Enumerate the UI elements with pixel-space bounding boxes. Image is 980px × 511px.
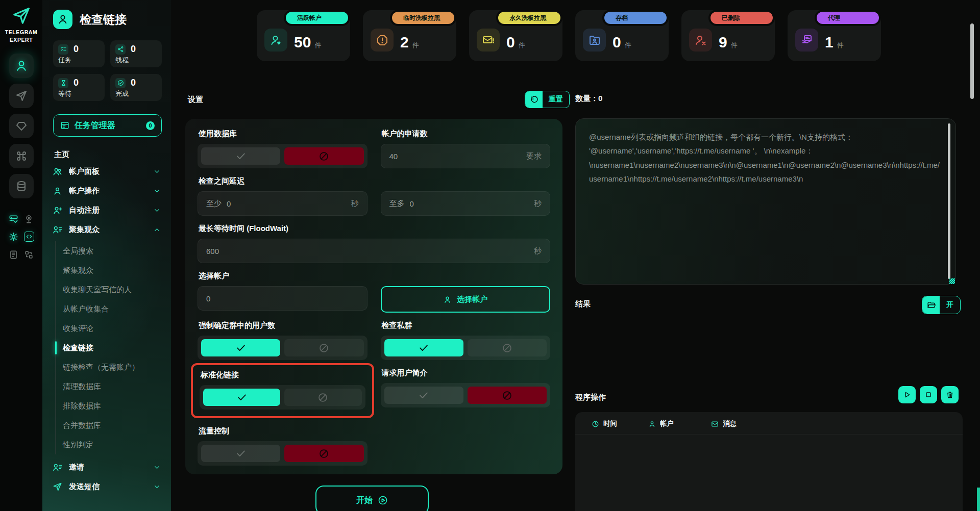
check-icon[interactable] bbox=[384, 339, 463, 356]
delay-max-field[interactable]: 至多 秒 bbox=[381, 191, 551, 216]
submenu-gather-audience[interactable]: 聚集观众 bbox=[63, 261, 161, 280]
block-icon[interactable] bbox=[284, 147, 363, 165]
sidebar-item-invite[interactable]: 邀请 bbox=[53, 457, 161, 477]
chevron-down-icon bbox=[153, 207, 161, 214]
server-check-icon[interactable] bbox=[9, 214, 19, 224]
requests-per-account-field[interactable]: 要求 bbox=[381, 144, 551, 168]
active-user-icon bbox=[264, 29, 287, 52]
flow-control-toggle[interactable] bbox=[198, 441, 368, 466]
links-scrollbar[interactable] bbox=[948, 123, 950, 279]
delay-min-field[interactable]: 至少 秒 bbox=[198, 191, 368, 216]
rail-send-button[interactable] bbox=[9, 84, 34, 108]
floodwait-input[interactable] bbox=[206, 247, 529, 256]
use-database-label: 使用数据库 bbox=[199, 129, 368, 139]
submenu-check-links[interactable]: 检查链接 bbox=[63, 338, 161, 357]
folder-icon bbox=[922, 296, 940, 314]
card-proxy: 代理 1件 bbox=[788, 10, 881, 61]
open-result-button[interactable]: 开 bbox=[922, 296, 961, 314]
requests-per-account-input[interactable] bbox=[389, 152, 522, 161]
operations-table-scrollbar[interactable] bbox=[970, 23, 974, 99]
check-icon[interactable] bbox=[384, 387, 463, 404]
sidebar-item-auto-register[interactable]: 自动注册 bbox=[53, 200, 161, 220]
chevron-down-icon bbox=[153, 464, 161, 471]
rail-tool-grid bbox=[9, 214, 34, 260]
submenu-global-search[interactable]: 全局搜索 bbox=[63, 241, 161, 261]
stop-icon bbox=[924, 391, 933, 399]
force-group-count-toggle[interactable] bbox=[198, 336, 368, 360]
sidebar-item-gather-audience[interactable]: 聚集观众 bbox=[53, 220, 161, 239]
people-icon bbox=[53, 167, 62, 176]
rail-database-button[interactable] bbox=[9, 174, 34, 198]
page-title: 检查链接 bbox=[80, 12, 127, 28]
delay-max-input[interactable] bbox=[410, 199, 529, 208]
submenu-collect-chat-writers[interactable]: 收集聊天室写信的人 bbox=[63, 280, 161, 299]
normalize-links-toggle[interactable] bbox=[200, 385, 365, 410]
play-icon bbox=[903, 391, 911, 399]
tasks-icon bbox=[58, 44, 68, 55]
column-time: 时间 bbox=[592, 419, 648, 428]
submenu-exclude-database[interactable]: 排除数据库 bbox=[63, 396, 161, 416]
rail-premium-button[interactable] bbox=[9, 114, 34, 138]
notes-icon[interactable] bbox=[9, 249, 19, 260]
block-icon[interactable] bbox=[284, 445, 363, 462]
webcam-icon[interactable] bbox=[24, 214, 34, 224]
task-manager-icon bbox=[60, 121, 69, 130]
links-input[interactable] bbox=[575, 118, 956, 285]
submenu-collect-comments[interactable]: 收集评论 bbox=[63, 319, 161, 338]
delay-min-input[interactable] bbox=[227, 199, 346, 208]
brand-name: TELEGRAMEXPERT bbox=[5, 29, 38, 43]
rail-accounts-button[interactable] bbox=[9, 54, 34, 78]
block-icon[interactable] bbox=[284, 389, 361, 406]
stat-threads: 0 线程 bbox=[110, 40, 162, 67]
block-icon[interactable] bbox=[468, 387, 547, 404]
submenu-clean-database[interactable]: 清理数据库 bbox=[63, 377, 161, 396]
sidebar-item-account-actions[interactable]: 帐户操作 bbox=[53, 181, 161, 200]
check-icon[interactable] bbox=[203, 389, 280, 406]
submenu-collect-from-accounts[interactable]: 从帐户收集合 bbox=[63, 299, 161, 319]
code-window-icon[interactable] bbox=[24, 232, 34, 242]
normalize-links-label: 标准化链接 bbox=[201, 370, 365, 380]
select-account-count-input[interactable] bbox=[206, 294, 359, 303]
floodwait-field[interactable]: 秒 bbox=[198, 239, 550, 263]
block-icon[interactable] bbox=[284, 339, 363, 356]
person-icon bbox=[53, 186, 62, 196]
check-links-icon bbox=[53, 10, 72, 29]
submenu-gender-detect[interactable]: 性别判定 bbox=[63, 435, 161, 454]
task-manager-button[interactable]: 任务管理器 0 bbox=[53, 114, 162, 137]
sidebar: 检查链接 0 任务 0 线程 0 等待 0 bbox=[42, 0, 171, 511]
folder-user-icon bbox=[583, 29, 606, 52]
request-profile-toggle[interactable] bbox=[381, 383, 551, 407]
check-icon[interactable] bbox=[201, 147, 280, 165]
card-active-accounts: 活跃帐户 50件 bbox=[257, 10, 350, 61]
operations-table-header: 时间 帐户 消息 bbox=[575, 412, 963, 435]
person-list-icon bbox=[53, 463, 62, 472]
rotate-ccw-icon bbox=[525, 91, 543, 108]
stat-tasks: 0 任务 bbox=[53, 40, 105, 67]
block-icon[interactable] bbox=[468, 339, 547, 356]
resize-grip-icon[interactable] bbox=[949, 278, 955, 284]
submenu-check-links-no-account[interactable]: 链接检查（无需账户） bbox=[63, 357, 161, 377]
threads-icon bbox=[115, 44, 126, 55]
card-perm-blocked: 永久洗板拉黑 0件 bbox=[469, 10, 562, 61]
reset-button[interactable]: 重置 bbox=[525, 91, 570, 108]
check-private-label: 检查私群 bbox=[382, 321, 551, 330]
check-icon[interactable] bbox=[201, 339, 280, 356]
start-button[interactable]: 开始 bbox=[315, 486, 429, 511]
delete-log-button[interactable] bbox=[941, 386, 959, 403]
rail-commands-button[interactable] bbox=[9, 144, 34, 168]
sidebar-item-account-panel[interactable]: 帐户面板 bbox=[53, 162, 161, 181]
use-database-toggle[interactable] bbox=[198, 144, 368, 168]
play-button[interactable] bbox=[898, 386, 916, 403]
card-deleted: 已删除 9件 bbox=[681, 10, 775, 61]
bot-settings-icon[interactable] bbox=[9, 232, 19, 242]
select-account-count-field[interactable] bbox=[198, 286, 368, 311]
sidebar-item-send-sms[interactable]: 发送短信 bbox=[53, 477, 161, 496]
stop-button[interactable] bbox=[920, 386, 937, 403]
check-icon[interactable] bbox=[201, 445, 280, 462]
integrations-icon[interactable] bbox=[24, 249, 34, 260]
clock-icon bbox=[592, 420, 599, 428]
submenu-merge-database[interactable]: 合并数据库 bbox=[63, 416, 161, 435]
select-account-button[interactable]: 选择帐户 bbox=[381, 286, 551, 313]
status-badge: 临时洗板拉黑 bbox=[392, 12, 454, 24]
check-private-toggle[interactable] bbox=[381, 336, 551, 360]
